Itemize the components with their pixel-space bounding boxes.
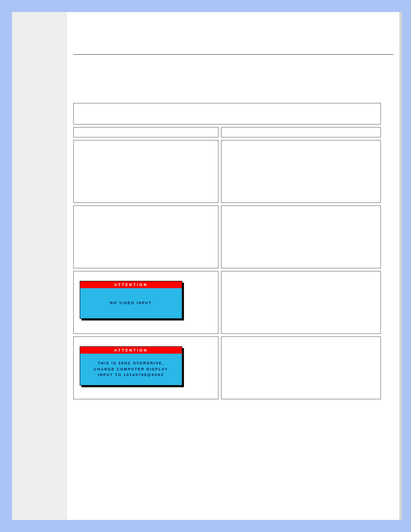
table-row: [221, 336, 381, 399]
table-row: [221, 205, 381, 268]
attention-line: INPUT TO 1024X768@60HZ: [98, 373, 164, 377]
outer-frame: ATTENTION NO VIDEO INPUT ATTENTION THIS …: [0, 0, 411, 532]
table-row: [73, 205, 218, 268]
attention-box-no-video: ATTENTION NO VIDEO INPUT: [80, 281, 182, 319]
attention-title: ATTENTION: [80, 347, 182, 354]
attention-body: NO VIDEO INPUT: [80, 288, 182, 318]
horizontal-rule: [73, 54, 393, 55]
table-row: [221, 271, 381, 334]
sidebar-margin: [12, 12, 67, 520]
attention-line: CHANGE COMPUTER DISPLAY: [94, 367, 168, 371]
table-subheader-right: [221, 127, 381, 137]
document-page: ATTENTION NO VIDEO INPUT ATTENTION THIS …: [12, 12, 402, 520]
attention-overdrive-cell: ATTENTION THIS IS 85HZ OVERDRIVE, CHANGE…: [73, 336, 218, 399]
page-shadow: [399, 12, 402, 520]
table-row: [73, 140, 218, 203]
table-subheader-left: [73, 127, 218, 137]
table-header-cell: [73, 103, 381, 124]
attention-body: THIS IS 85HZ OVERDRIVE, CHANGE COMPUTER …: [80, 354, 182, 385]
attention-title: ATTENTION: [80, 281, 182, 288]
attention-no-video-cell: ATTENTION NO VIDEO INPUT: [73, 271, 218, 334]
attention-box-overdrive: ATTENTION THIS IS 85HZ OVERDRIVE, CHANGE…: [80, 346, 182, 386]
main-content: ATTENTION NO VIDEO INPUT ATTENTION THIS …: [67, 12, 402, 520]
troubleshooting-table: ATTENTION NO VIDEO INPUT ATTENTION THIS …: [71, 100, 383, 402]
table-row: [221, 140, 381, 203]
attention-line: THIS IS 85HZ OVERDRIVE,: [98, 361, 164, 365]
